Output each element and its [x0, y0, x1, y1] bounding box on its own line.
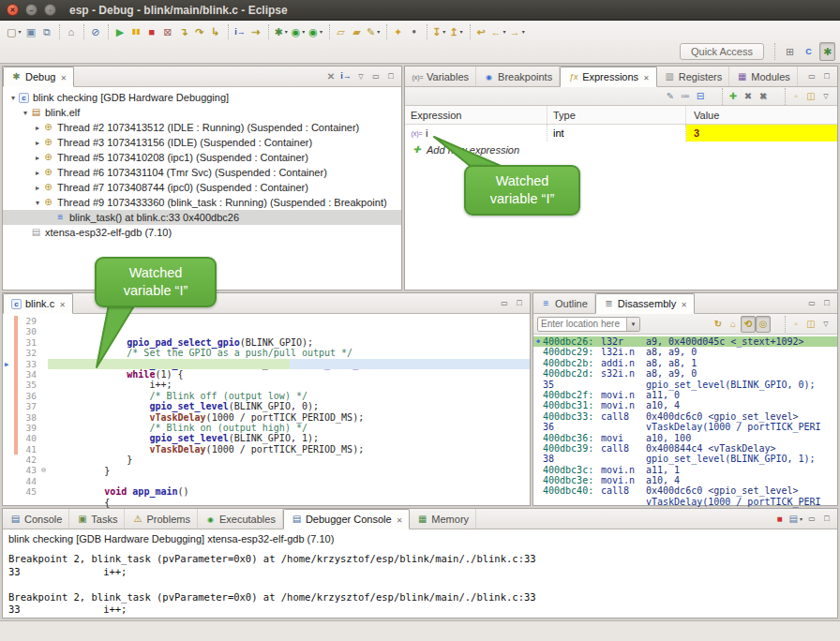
maximize-window-button[interactable] [44, 4, 56, 16]
tab-close-icon[interactable] [641, 71, 650, 82]
view-menu-icon[interactable] [353, 68, 368, 85]
code-text[interactable]: vTaskDelay(1000 / portTICK_PERIOD_MS); [48, 391, 530, 401]
debug-tree-row[interactable]: xtensa-esp32-elf-gdb (7.10) [3, 225, 401, 240]
minimize-icon[interactable] [804, 295, 819, 312]
save-all-icon[interactable] [38, 22, 54, 41]
disassembly-line[interactable]: 400dbc36: movi a10, 100 [533, 433, 837, 443]
line-number[interactable]: 33 [18, 359, 39, 369]
disassembly-line[interactable]: 36 vTaskDelay(1000 / portTICK_PERI [533, 422, 837, 432]
step-into-icon[interactable] [175, 22, 191, 41]
minimize-icon[interactable] [804, 511, 819, 528]
fold-icon[interactable] [39, 316, 48, 326]
fold-icon[interactable] [39, 369, 48, 380]
fold-icon[interactable] [39, 423, 48, 433]
build-icon[interactable] [63, 22, 79, 41]
debug-tree-row[interactable]: blink_task() at blink.c:33 0x400dbc26 [3, 210, 401, 225]
line-number[interactable]: 41 [18, 444, 39, 455]
code-text[interactable]: } [48, 444, 530, 455]
code-line[interactable]: 34 /* Blink off (output low) */ [3, 369, 530, 380]
open-launch-folder-icon[interactable] [349, 22, 365, 41]
previous-annotation-icon[interactable] [447, 22, 464, 41]
code-text[interactable]: /* Blink on (output high) */ [48, 401, 530, 411]
code-line[interactable]: 41 } [3, 444, 530, 455]
quick-access-button[interactable]: Quick Access [680, 43, 764, 60]
fold-icon[interactable] [39, 498, 48, 508]
tab-debug[interactable]: Debug [3, 67, 74, 87]
pin-view-icon[interactable] [803, 88, 818, 105]
breakpoint-marker[interactable] [3, 433, 14, 443]
maximize-icon[interactable] [819, 68, 834, 85]
tree-expand-icon[interactable]: ▾ [8, 94, 18, 102]
code-editor[interactable]: 29 gpio_pad_select_gpio(BLINK_GPIO); 30 … [3, 314, 530, 508]
minimize-icon[interactable] [804, 68, 819, 85]
line-number[interactable]: 44 [18, 476, 39, 486]
disassembly-line[interactable]: 400dbc40: call8 0x400dc6c0 <gpio_set_lev… [533, 485, 837, 496]
new-launch-folder-icon[interactable] [333, 22, 349, 41]
code-line[interactable]: 37 /* Blink on (output high) */ [3, 401, 530, 411]
line-number[interactable]: 29 [18, 316, 39, 326]
mark-occurrences-icon[interactable] [406, 22, 422, 41]
maximize-icon[interactable] [512, 295, 527, 312]
code-line[interactable]: 30 /* Set the GPIO as a push/pull output… [3, 326, 530, 336]
line-number[interactable]: 40 [18, 433, 39, 443]
display-console-icon[interactable] [788, 511, 804, 528]
track-expression-icon[interactable] [756, 316, 771, 333]
breakpoint-marker[interactable] [3, 401, 14, 411]
maximize-icon[interactable] [383, 68, 398, 85]
new-view-icon[interactable] [788, 88, 803, 105]
tab-outline[interactable]: Outline [533, 293, 595, 313]
tab-expressions[interactable]: Expressions [560, 67, 657, 87]
disassembly-listing[interactable]: 400dbc26: l32r a9, 0x400d045c <_stext+10… [533, 335, 837, 507]
line-number[interactable]: 43 [18, 465, 39, 475]
code-line[interactable]: 40 } [3, 433, 530, 443]
view-menu-icon[interactable] [818, 88, 833, 105]
maximize-icon[interactable] [819, 511, 834, 528]
code-line[interactable]: 36 vTaskDelay(1000 / portTICK_PERIOD_MS)… [3, 391, 530, 401]
instruction-stepping-icon[interactable] [338, 68, 353, 85]
code-text[interactable]: xTaskCreate(&blink_task, "blink_task", c… [48, 486, 578, 497]
breakpoint-marker[interactable] [3, 380, 14, 390]
rocket-icon[interactable] [365, 22, 382, 41]
tree-expand-icon[interactable]: ▸ [33, 139, 42, 147]
location-dropdown-icon[interactable]: ▼ [626, 318, 639, 331]
breakpoint-marker[interactable] [3, 455, 14, 465]
tab-breakpoints[interactable]: Breakpoints [476, 67, 560, 86]
new-wizard-icon[interactable] [5, 22, 22, 41]
sync-context-icon[interactable] [741, 316, 756, 333]
breakpoint-marker[interactable] [3, 412, 14, 423]
debug-perspective-icon[interactable] [819, 42, 835, 61]
last-edit-location-icon[interactable] [473, 22, 489, 41]
debug-tree-row[interactable]: ▾ Thread #9 1073433360 (blink_task : Run… [3, 195, 401, 210]
code-text[interactable]: { [48, 476, 530, 486]
code-line[interactable]: 43 ⊖ void app_main() [3, 465, 530, 475]
next-annotation-icon[interactable] [430, 22, 447, 41]
tab-disassembly[interactable]: Disassembly [595, 293, 695, 314]
disassembly-line[interactable]: 400dbc31: movi.n a10, 4 [533, 400, 837, 410]
fold-icon[interactable] [39, 455, 48, 465]
disassembly-line[interactable]: 400dbc39: call8 0x400844c4 <vTaskDelay> [533, 443, 837, 454]
fold-icon[interactable] [39, 486, 48, 497]
tree-expand-icon[interactable]: ▸ [33, 124, 42, 132]
code-line[interactable]: 31 gpio_set_direction(BLINK_GPIO, GPIO_M… [3, 337, 530, 348]
code-line[interactable]: 42 [3, 455, 530, 465]
cpp-perspective-icon[interactable] [801, 42, 817, 61]
tab-registers[interactable]: Registers [657, 67, 729, 86]
step-over-icon[interactable] [191, 22, 207, 41]
instruction-stepping-icon[interactable] [232, 22, 248, 41]
disassembly-line[interactable]: 400dbc26: l32r a9, 0x400d045c <_stext+10… [533, 336, 837, 347]
remove-all-expressions-icon[interactable] [756, 88, 771, 105]
tab-memory[interactable]: Memory [410, 509, 476, 529]
terminate-console-icon[interactable] [772, 511, 788, 528]
breakpoint-marker[interactable] [3, 476, 14, 486]
breakpoint-marker[interactable] [3, 391, 14, 401]
tree-expand-icon[interactable]: ▾ [33, 199, 42, 207]
minimize-icon[interactable] [368, 68, 383, 85]
maximize-icon[interactable] [819, 295, 834, 312]
new-view-icon[interactable] [788, 316, 803, 333]
show-type-names-icon[interactable] [663, 88, 678, 105]
close-window-button[interactable] [7, 4, 19, 16]
code-text[interactable]: void app_main() [48, 465, 530, 475]
fold-icon[interactable] [39, 391, 48, 401]
tab-problems[interactable]: Problems [125, 509, 197, 529]
line-number[interactable]: 32 [18, 348, 39, 358]
